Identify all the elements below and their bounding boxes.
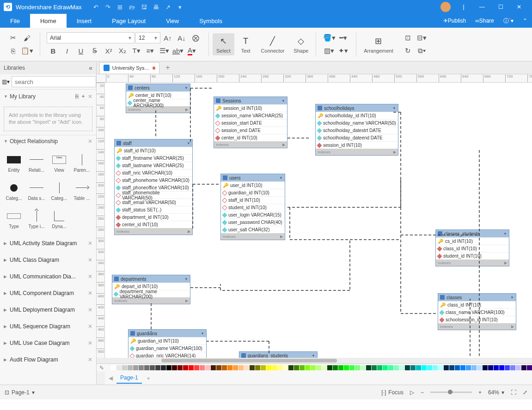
canvas[interactable]: centers▼🔑center_id INT(10)center_name AR… bbox=[105, 83, 532, 358]
close-lib-icon[interactable]: ✕ bbox=[88, 340, 92, 346]
lib-item[interactable]: ▶UML Class Diagram✕ bbox=[0, 252, 96, 268]
object-relationship-section[interactable]: ▼Object Relationship ✕ bbox=[0, 135, 96, 147]
align-icon[interactable]: ☰▾ bbox=[158, 45, 171, 56]
color-swatch[interactable] bbox=[272, 365, 277, 370]
close-lib-icon[interactable]: ✕ bbox=[88, 240, 92, 247]
zoom-slider[interactable] bbox=[430, 392, 472, 393]
color-swatch[interactable] bbox=[255, 365, 260, 370]
color-swatch[interactable] bbox=[433, 365, 438, 370]
shape-typei[interactable]: Type i... bbox=[25, 205, 48, 233]
color-swatch[interactable] bbox=[510, 365, 515, 370]
add-icon[interactable]: ＋ bbox=[80, 92, 86, 100]
share-button[interactable]: ∞ Share bbox=[471, 14, 499, 28]
close-lib-icon[interactable]: ✕ bbox=[88, 323, 92, 330]
font-family-select[interactable]: Arial▾ bbox=[47, 32, 135, 43]
color-swatch[interactable] bbox=[122, 365, 127, 370]
library-search-input[interactable] bbox=[12, 76, 96, 87]
entity-users[interactable]: users▼🔑user_id INT(10)guardian_id INT(10… bbox=[220, 174, 285, 240]
my-library-section[interactable]: ▼My Library ⎘ ＋ ✕ bbox=[0, 89, 96, 103]
shape-dyna[interactable]: Dyna... bbox=[48, 205, 70, 233]
color-swatch[interactable] bbox=[250, 365, 255, 370]
shape-tool[interactable]: ◇Shape bbox=[290, 35, 312, 54]
entity-guardians_students[interactable]: guardians_students▼🔑gs_id INT(10)guardia… bbox=[239, 351, 318, 358]
tab-view[interactable]: View bbox=[156, 14, 189, 28]
bullet-icon[interactable]: ≡▾ bbox=[144, 45, 157, 56]
close-button[interactable]: ✕ bbox=[510, 0, 528, 14]
color-swatch[interactable] bbox=[166, 365, 171, 370]
color-swatch[interactable] bbox=[427, 365, 432, 370]
color-swatch[interactable] bbox=[139, 365, 144, 370]
tab-page-layout[interactable]: Page Layout bbox=[102, 14, 156, 28]
tab-home[interactable]: Home bbox=[30, 14, 67, 28]
color-swatch[interactable] bbox=[294, 365, 299, 370]
color-swatch[interactable] bbox=[416, 365, 421, 370]
select-tool[interactable]: ↖Select bbox=[213, 33, 234, 55]
color-swatch[interactable] bbox=[438, 365, 443, 370]
color-swatch[interactable] bbox=[483, 365, 488, 370]
color-swatch[interactable] bbox=[300, 365, 305, 370]
subscript-icon[interactable]: X₂ bbox=[116, 45, 129, 56]
page-tab[interactable]: Page-1 bbox=[116, 373, 142, 384]
color-swatch[interactable] bbox=[494, 365, 499, 370]
shape-type[interactable]: Type bbox=[3, 205, 25, 233]
options-dropdown-icon[interactable]: ▾ bbox=[174, 1, 186, 13]
close-lib-icon[interactable]: ✕ bbox=[88, 290, 92, 296]
color-swatch[interactable] bbox=[183, 365, 188, 370]
color-swatch[interactable] bbox=[383, 365, 388, 370]
color-swatch[interactable] bbox=[155, 365, 160, 370]
bold-icon[interactable]: B bbox=[47, 45, 60, 56]
fill-icon[interactable]: 🪣▾ bbox=[323, 32, 336, 43]
color-swatch[interactable] bbox=[460, 365, 465, 370]
color-swatch[interactable] bbox=[477, 365, 482, 370]
color-swatch[interactable] bbox=[205, 365, 210, 370]
color-swatch[interactable] bbox=[527, 365, 532, 370]
focus-mode-button[interactable]: [·] Focus bbox=[381, 389, 404, 396]
color-swatch[interactable] bbox=[144, 365, 149, 370]
shape-table[interactable]: Table ... bbox=[71, 177, 93, 205]
zoom-level[interactable]: 64% ▾ bbox=[488, 389, 504, 396]
color-swatch[interactable] bbox=[322, 365, 327, 370]
font-size-select[interactable]: 12▾ bbox=[135, 32, 160, 43]
color-swatch[interactable] bbox=[150, 365, 155, 370]
layers-icon[interactable]: ⧉▾ bbox=[416, 45, 428, 56]
entity-classes[interactable]: classes▼🔑class_id INT(10)class_name VARC… bbox=[438, 293, 516, 330]
color-swatch[interactable] bbox=[222, 365, 227, 370]
color-swatch[interactable] bbox=[405, 365, 410, 370]
rotate-icon[interactable]: ↻ bbox=[402, 45, 415, 56]
color-swatch[interactable] bbox=[422, 365, 427, 370]
close-objrel-icon[interactable]: ✕ bbox=[88, 138, 92, 145]
open-icon[interactable]: 🗁 bbox=[126, 1, 138, 13]
color-swatch[interactable] bbox=[194, 365, 199, 370]
color-swatch[interactable] bbox=[388, 365, 393, 370]
color-swatch[interactable] bbox=[349, 365, 355, 370]
color-swatch[interactable] bbox=[111, 365, 116, 370]
shape-categ2[interactable]: Categ... bbox=[48, 177, 70, 205]
color-swatch[interactable] bbox=[361, 365, 366, 370]
lib-item[interactable]: ▶UML Activity State Diagram✕ bbox=[0, 235, 96, 252]
close-lib-icon[interactable]: ✕ bbox=[88, 257, 92, 263]
color-swatch[interactable] bbox=[172, 365, 177, 370]
color-swatch[interactable] bbox=[521, 365, 526, 370]
color-swatch[interactable] bbox=[344, 365, 349, 370]
print-icon[interactable]: 🖶 bbox=[150, 1, 162, 13]
color-swatch[interactable] bbox=[128, 365, 133, 370]
entity-classes_students[interactable]: classes_students▼🔑cs_id INT(10)class_id … bbox=[435, 229, 509, 266]
format-painter-icon[interactable]: 🖌 bbox=[20, 32, 33, 43]
color-swatch[interactable] bbox=[189, 365, 194, 370]
minimize-button[interactable]: — bbox=[473, 0, 491, 14]
color-swatch[interactable] bbox=[177, 365, 183, 370]
color-swatch[interactable] bbox=[288, 365, 294, 370]
document-tab[interactable]: University Syste... bbox=[99, 62, 159, 73]
new-icon[interactable]: ⊞ bbox=[114, 1, 126, 13]
color-swatch[interactable] bbox=[355, 365, 360, 370]
lib-item[interactable]: ▶UML Component Diagram✕ bbox=[0, 285, 96, 301]
close-lib-icon[interactable]: ✕ bbox=[88, 356, 92, 363]
decrease-font-icon[interactable]: A↓ bbox=[175, 32, 188, 43]
play-button[interactable]: ▷ bbox=[410, 389, 414, 396]
connector-tool[interactable]: ╱Connector bbox=[257, 35, 288, 54]
eyedropper-icon[interactable]: ✎ bbox=[99, 365, 109, 371]
color-swatch[interactable] bbox=[466, 365, 471, 370]
color-swatch[interactable] bbox=[305, 365, 310, 370]
shadow-icon[interactable]: ▨▾ bbox=[323, 45, 336, 56]
shape-parent[interactable]: Paren... bbox=[71, 149, 93, 177]
